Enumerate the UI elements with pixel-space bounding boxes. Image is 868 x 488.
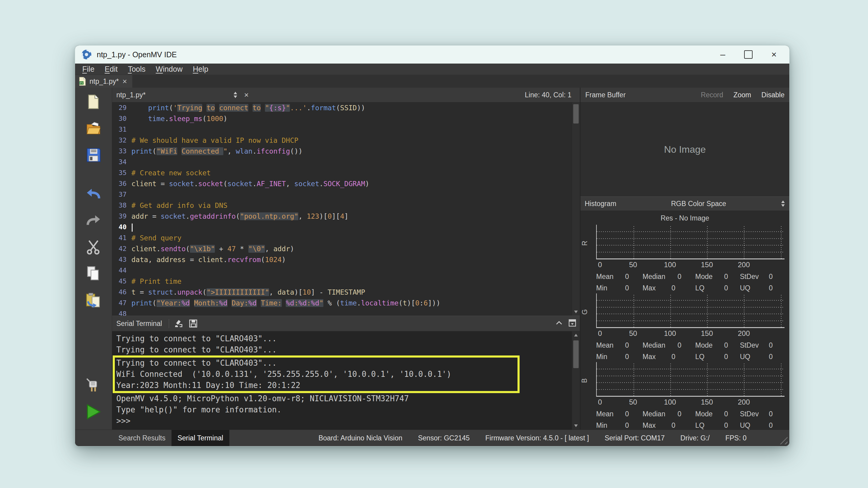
- undo-button[interactable]: [85, 185, 102, 203]
- frame-buffer-actions: RecordZoomDisable: [701, 91, 784, 99]
- frame-buffer-view: No Image: [581, 102, 789, 196]
- title-bar[interactable]: ntp_1.py - OpenMV IDE – ×: [75, 45, 789, 64]
- cursor-position: Line: 40, Col: 1: [525, 91, 571, 99]
- x-axis-ticks: 050100150200: [596, 397, 784, 408]
- terminal-scrollbar[interactable]: [572, 331, 580, 429]
- stat-uq: UQ0: [740, 284, 784, 292]
- menu-window[interactable]: Window: [151, 65, 187, 73]
- stat-lq: LQ0: [695, 284, 740, 292]
- histogram-header: Histogram RGB Color Space: [581, 196, 789, 211]
- status-sensor: Sensor: GC2145: [418, 434, 470, 442]
- line-number: 35: [112, 167, 131, 178]
- editor-scrollbar[interactable]: [572, 102, 580, 316]
- line-number: 38: [112, 200, 131, 211]
- save-terminal-icon[interactable]: [189, 319, 197, 328]
- status-tab-search-results[interactable]: Search Results: [113, 430, 172, 446]
- open-file-button[interactable]: [85, 120, 102, 137]
- stat-mean: Mean0: [596, 272, 643, 281]
- document-selector[interactable]: ntp_1.py*: [116, 91, 233, 99]
- right-panel: Frame Buffer RecordZoomDisable No Image …: [581, 88, 789, 429]
- document-close-icon[interactable]: ×: [244, 90, 249, 100]
- stat-mean: Mean0: [596, 410, 643, 418]
- serial-terminal-output-area[interactable]: Trying to connect to "CLARO403"...Trying…: [112, 331, 580, 429]
- document-spinner-icon[interactable]: [233, 91, 238, 98]
- terminal-line: Trying to connect to "CLARO403"...: [115, 358, 518, 369]
- code-line-30: 30 time.sleep_ms(1000): [112, 113, 580, 124]
- histogram-channel-g: G050100150200Mean0Median0Mode0StDev0Min0…: [581, 292, 789, 361]
- start-script-icon: [86, 404, 101, 420]
- scroll-up-icon[interactable]: [574, 334, 578, 336]
- channel-stats: Mean0Median0Mode0StDev0Min0Max0LQ0UQ0: [596, 408, 784, 429]
- document-bar: ntp_1.py* × Line: 40, Col: 1: [112, 88, 580, 102]
- code-line-29: 29 print('Trying to connect to "{:s}"...…: [112, 102, 580, 113]
- x-axis-ticks: 050100150200: [596, 259, 784, 270]
- stat-mode: Mode0: [695, 341, 740, 350]
- channel-stats: Mean0Median0Mode0StDev0Min0Max0LQ0UQ0: [596, 270, 784, 294]
- menu-tools[interactable]: Tools: [123, 65, 150, 73]
- terminal-line: Year:2023 Month:11 Day:10 Time: 20:1:22: [115, 380, 518, 391]
- line-number: 44: [112, 265, 131, 276]
- start-script-button[interactable]: [85, 403, 102, 421]
- color-space-spinner-icon[interactable]: [781, 200, 785, 207]
- maximize-button[interactable]: [744, 50, 752, 59]
- menu-help[interactable]: Help: [188, 65, 213, 73]
- close-button[interactable]: ×: [769, 50, 779, 59]
- terminal-line: Trying to connect to "CLARO403"...: [112, 333, 580, 344]
- code-line-43: 43data, address = client.recvfrom(1024): [112, 254, 580, 265]
- histogram-charts: R050100150200Mean0Median0Mode0StDev0Min0…: [581, 224, 789, 429]
- line-number: 36: [112, 178, 131, 189]
- line-number: 30: [112, 113, 131, 124]
- x-axis-ticks: 050100150200: [596, 328, 784, 339]
- tab-close-icon[interactable]: ×: [122, 77, 127, 86]
- clear-terminal-icon[interactable]: [175, 319, 184, 328]
- code-editor[interactable]: 29 print('Trying to connect to "{:s}"...…: [112, 102, 580, 316]
- scroll-down-icon[interactable]: [574, 424, 578, 427]
- line-number: 45: [112, 276, 131, 287]
- connect-button[interactable]: [85, 377, 102, 394]
- line-number: 43: [112, 254, 131, 265]
- menu-edit[interactable]: Edit: [100, 65, 122, 73]
- histogram-body: Res - No Image R050100150200Mean0Median0…: [581, 211, 789, 429]
- file-tab-bar: PY ntp_1.py* ×: [75, 75, 789, 88]
- line-number: 46: [112, 287, 131, 298]
- open-file-icon: [86, 121, 101, 136]
- status-firmware-version: Firmware Version: 4.5.0 - [ latest ]: [485, 434, 589, 442]
- terminal-line: OpenMV v4.5.0; MicroPython v1.20-omv-r8;…: [112, 393, 580, 404]
- stat-mode: Mode0: [695, 410, 740, 418]
- code-line-37: 37: [112, 189, 580, 200]
- terminal-line: Trying to connect to "CLARO403"...: [112, 344, 580, 355]
- copy-button[interactable]: [85, 265, 102, 282]
- stat-mean: Mean0: [596, 341, 643, 350]
- scroll-down-icon[interactable]: [574, 311, 578, 313]
- stat-stdev: StDev0: [740, 341, 784, 350]
- terminal-line: WiFi Connected ('10.0.0.131', '255.255.2…: [115, 369, 518, 380]
- code-line-32: 32# We should have a valid IP now via DH…: [112, 135, 580, 146]
- stat-median: Median0: [643, 272, 695, 281]
- paste-button[interactable]: [85, 291, 102, 309]
- status-serial-port: Serial Port: COM17: [604, 434, 664, 442]
- code-line-36: 36client = socket.socket(socket.AF_INET,…: [112, 178, 580, 189]
- histogram-title: Histogram: [585, 200, 616, 208]
- new-file-icon: [86, 94, 101, 110]
- code-lines: 29 print('Trying to connect to "{:s}"...…: [112, 102, 580, 316]
- stat-mode: Mode0: [695, 272, 740, 281]
- redo-button[interactable]: [85, 212, 102, 229]
- status-bar: Search ResultsSerial Terminal Board: Ard…: [75, 429, 789, 446]
- menu-file[interactable]: File: [78, 65, 99, 73]
- cut-button[interactable]: [85, 238, 102, 256]
- status-board: Board: Arduino Nicla Vision: [318, 434, 402, 442]
- popout-terminal-icon[interactable]: [568, 319, 576, 328]
- color-space-select[interactable]: RGB Color Space: [616, 200, 781, 208]
- disable-button[interactable]: Disable: [761, 91, 784, 99]
- code-line-45: 45# Print time: [112, 276, 580, 287]
- collapse-terminal-icon[interactable]: [556, 321, 562, 326]
- save-file-button[interactable]: [85, 146, 102, 164]
- minimize-button[interactable]: –: [718, 50, 728, 59]
- tab-ntp-1-py[interactable]: PY ntp_1.py* ×: [75, 75, 132, 88]
- status-tab-serial-terminal[interactable]: Serial Terminal: [172, 430, 229, 446]
- line-number: 31: [112, 124, 131, 135]
- new-file-button[interactable]: [85, 93, 102, 110]
- line-number: 47: [112, 298, 131, 308]
- stat-min: Min0: [596, 284, 643, 292]
- zoom-button[interactable]: Zoom: [733, 91, 751, 99]
